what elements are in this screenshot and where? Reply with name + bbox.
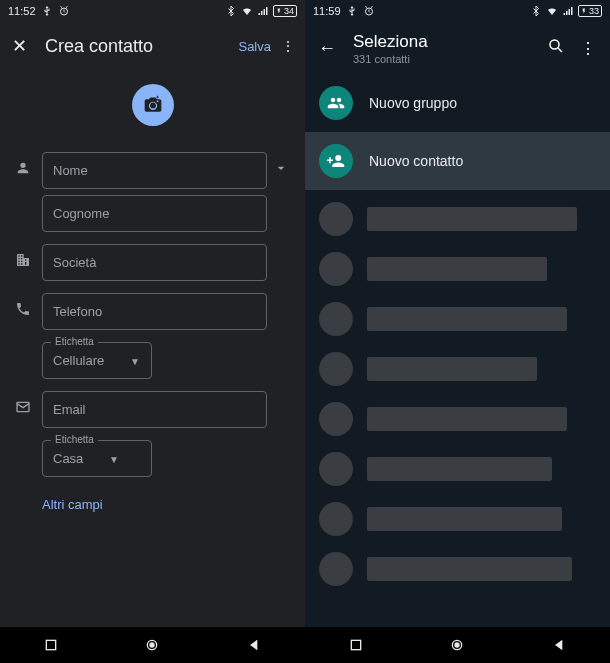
contact-row[interactable] — [305, 244, 610, 294]
save-button[interactable]: Salva — [238, 39, 271, 54]
overflow-menu-icon[interactable]: ⋮ — [576, 39, 600, 58]
system-nav-bar — [0, 627, 305, 663]
contact-form: Nome Cognome Società Telefono E — [0, 146, 305, 627]
close-icon[interactable]: ✕ — [12, 35, 27, 57]
battery-indicator: 33 — [578, 5, 602, 17]
email-label-caption: Etichetta — [51, 434, 98, 445]
contact-name-placeholder — [367, 357, 537, 381]
signal-icon — [562, 5, 574, 17]
select-contact-screen: 11:59 33 ← Selezi — [305, 0, 610, 663]
new-group-label: Nuovo gruppo — [369, 95, 457, 111]
email-label-select[interactable]: Etichetta Casa ▼ — [42, 440, 152, 477]
wifi-icon — [241, 5, 253, 17]
dropdown-caret-icon: ▼ — [130, 356, 140, 367]
battery-indicator: 34 — [273, 5, 297, 17]
phone-label-select[interactable]: Etichetta Cellulare ▼ — [42, 342, 152, 379]
contact-avatar-placeholder — [319, 202, 353, 236]
new-contact-item[interactable]: Nuovo contatto — [305, 132, 610, 190]
contact-row[interactable] — [305, 444, 610, 494]
contact-name-placeholder — [367, 257, 547, 281]
contact-row[interactable] — [305, 344, 610, 394]
signal-icon — [257, 5, 269, 17]
add-photo-section — [0, 70, 305, 146]
usb-icon — [346, 5, 358, 17]
contact-avatar-placeholder — [319, 302, 353, 336]
contact-name-placeholder — [367, 457, 552, 481]
nav-recent-button[interactable] — [331, 637, 381, 653]
contact-name-placeholder — [367, 507, 562, 531]
usb-icon — [41, 5, 53, 17]
new-contact-label: Nuovo contatto — [369, 153, 463, 169]
system-nav-bar — [305, 627, 610, 663]
expand-name-icon[interactable] — [267, 146, 295, 176]
status-time: 11:52 — [8, 5, 36, 17]
page-subtitle: 331 contatti — [353, 53, 544, 65]
nav-recent-button[interactable] — [26, 637, 76, 653]
contact-row[interactable] — [305, 544, 610, 594]
first-name-field[interactable]: Nome — [42, 152, 267, 189]
bluetooth-icon — [530, 5, 542, 17]
contact-row[interactable] — [305, 494, 610, 544]
nav-home-button[interactable] — [127, 637, 177, 653]
contact-avatar-placeholder — [319, 402, 353, 436]
email-icon — [10, 385, 36, 415]
search-icon[interactable] — [544, 37, 568, 59]
nav-back-button[interactable] — [534, 637, 584, 653]
nav-home-button[interactable] — [432, 637, 482, 653]
contact-avatar-placeholder — [319, 452, 353, 486]
status-bar: 11:52 34 — [0, 0, 305, 22]
alarm-icon — [363, 5, 375, 17]
phone-field[interactable]: Telefono — [42, 293, 267, 330]
create-contact-screen: 11:52 34 ✕ Crea contatto — [0, 0, 305, 663]
email-field[interactable]: Email — [42, 391, 267, 428]
add-contact-icon — [319, 144, 353, 178]
wifi-icon — [546, 5, 558, 17]
svg-point-4 — [150, 643, 154, 647]
contact-avatar-placeholder — [319, 352, 353, 386]
overflow-menu-icon[interactable]: ⋮ — [279, 38, 297, 54]
svg-rect-7 — [351, 640, 360, 649]
contact-avatar-placeholder — [319, 552, 353, 586]
phone-icon — [10, 287, 36, 317]
dropdown-caret-icon: ▼ — [109, 454, 119, 465]
status-bar: 11:59 33 — [305, 0, 610, 22]
phone-label-caption: Etichetta — [51, 336, 98, 347]
nav-back-button[interactable] — [229, 637, 279, 653]
person-icon — [10, 146, 36, 176]
contacts-list[interactable] — [305, 190, 610, 627]
company-icon — [10, 238, 36, 268]
back-icon[interactable]: ← — [315, 38, 339, 59]
group-icon — [319, 86, 353, 120]
contact-name-placeholder — [367, 407, 567, 431]
contact-row[interactable] — [305, 194, 610, 244]
svg-point-6 — [550, 40, 559, 49]
contact-name-placeholder — [367, 207, 577, 231]
svg-point-9 — [455, 643, 459, 647]
last-name-field[interactable]: Cognome — [42, 195, 267, 232]
more-fields-button[interactable]: Altri campi — [0, 483, 305, 512]
page-title: Crea contatto — [45, 36, 238, 57]
svg-rect-2 — [46, 640, 55, 649]
add-photo-button[interactable] — [132, 84, 174, 126]
page-title: Seleziona — [353, 32, 544, 52]
contact-row[interactable] — [305, 294, 610, 344]
contact-name-placeholder — [367, 307, 567, 331]
contact-name-placeholder — [367, 557, 572, 581]
bluetooth-icon — [225, 5, 237, 17]
contact-row[interactable] — [305, 394, 610, 444]
new-group-item[interactable]: Nuovo gruppo — [305, 74, 610, 132]
company-field[interactable]: Società — [42, 244, 267, 281]
alarm-icon — [58, 5, 70, 17]
status-time: 11:59 — [313, 5, 341, 17]
app-header: ✕ Crea contatto Salva ⋮ — [0, 22, 305, 70]
camera-plus-icon — [143, 95, 163, 115]
contact-avatar-placeholder — [319, 502, 353, 536]
contact-avatar-placeholder — [319, 252, 353, 286]
app-header: ← Seleziona 331 contatti ⋮ — [305, 22, 610, 74]
